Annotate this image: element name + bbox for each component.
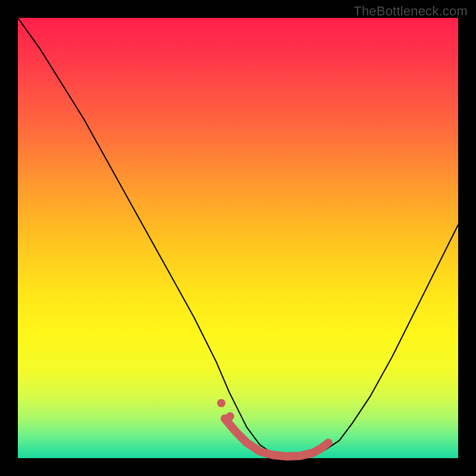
optimal-highlight-stroke [225, 418, 328, 456]
watermark-text: TheBottleneck.com [353, 4, 468, 19]
bottleneck-curve [18, 18, 458, 458]
optimal-highlight [217, 399, 328, 457]
plot-area [18, 18, 458, 458]
optimal-highlight-dot-0 [217, 399, 226, 408]
chart-frame: TheBottleneck.com [0, 0, 476, 476]
chart-overlay [18, 18, 458, 458]
optimal-highlight-dot-1 [226, 412, 234, 421]
